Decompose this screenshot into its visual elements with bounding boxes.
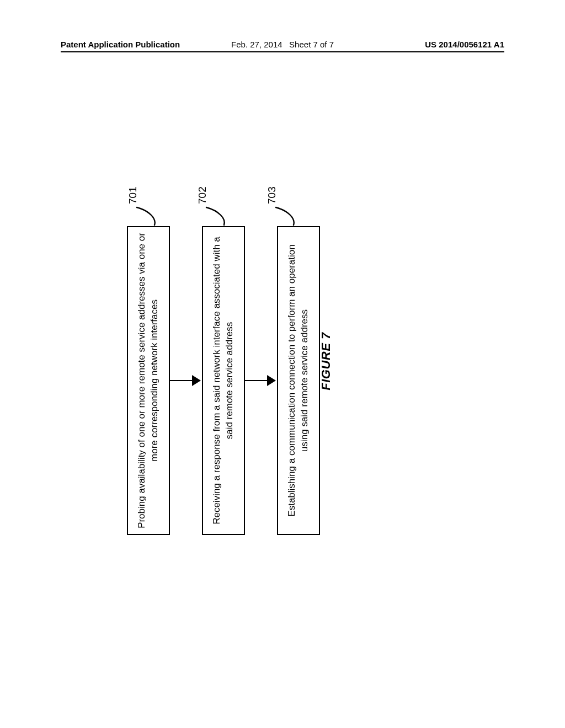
publication-type: Patent Application Publication — [61, 40, 180, 49]
flow-step-2: Receiving a response from a said network… — [202, 226, 245, 535]
ref-701: 701 — [127, 186, 139, 204]
arrow-head-icon — [192, 375, 201, 386]
publication-number: US 2014/0056121 A1 — [425, 40, 504, 49]
flow-step-1-text: Probing availability of one or more remo… — [136, 233, 159, 528]
header-middle: Feb. 27, 2014 Sheet 7 of 7 — [231, 40, 334, 49]
flow-step-1: Probing availability of one or more remo… — [127, 226, 170, 535]
page: Patent Application Publication Feb. 27, … — [0, 0, 565, 728]
flow-step-3-text: Establishing a communication connection … — [286, 244, 310, 516]
arrow-head-icon — [267, 375, 276, 386]
ref-702: 702 — [196, 186, 209, 204]
page-header: Patent Application Publication Feb. 27, … — [61, 40, 504, 52]
sheet-number: Sheet 7 of 7 — [289, 40, 334, 49]
flow-arrow-2 — [245, 226, 277, 535]
flowchart: Probing availability of one or more remo… — [127, 226, 320, 535]
flow-step-3: Establishing a communication connection … — [277, 226, 320, 535]
publication-date: Feb. 27, 2014 — [231, 40, 282, 49]
figure-area: Probing availability of one or more remo… — [116, 132, 342, 590]
leader-curve-icon — [130, 201, 163, 226]
arrow-line-icon — [170, 380, 192, 381]
leader-curve-icon — [269, 201, 302, 226]
flow-step-2-text: Receiving a response from a said network… — [211, 237, 234, 524]
ref-703: 703 — [266, 186, 278, 204]
figure-caption: FIGURE 7 — [319, 132, 333, 590]
arrow-line-icon — [245, 380, 267, 381]
rotated-figure: Probing availability of one or more remo… — [116, 132, 342, 590]
leader-curve-icon — [200, 201, 233, 226]
flow-arrow-1 — [170, 226, 202, 535]
